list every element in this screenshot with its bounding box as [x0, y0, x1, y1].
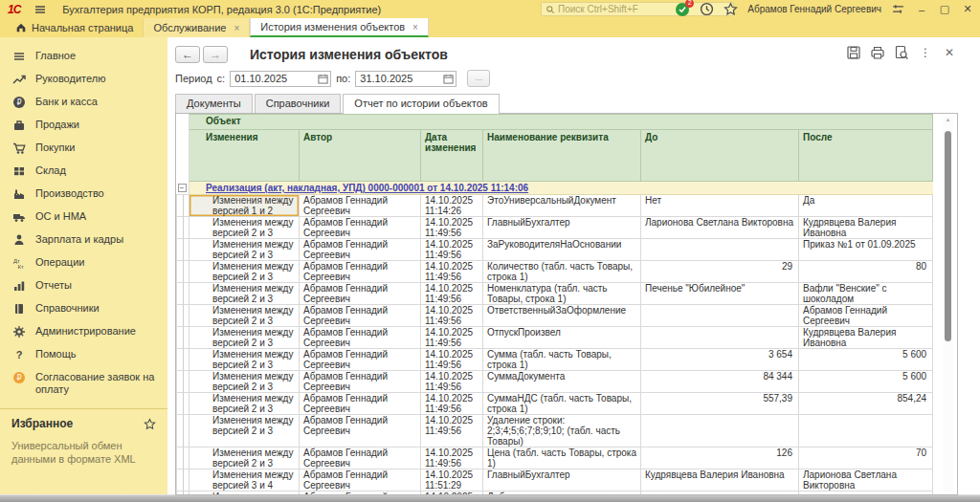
cell-after[interactable]: 5 600 [799, 371, 933, 393]
save-icon[interactable] [846, 45, 861, 60]
window-tab-2[interactable]: Обслуживание× [143, 18, 250, 37]
cell-date[interactable]: 14.10.202511:49:56 [421, 261, 483, 283]
cell-author[interactable]: Абрамов Геннадий Сергеевич [300, 415, 421, 447]
cell-attribute[interactable]: СуммаНДС (табл. часть Товары, строка 1) [483, 393, 641, 415]
sidebar-item-11[interactable]: Отчеты [0, 274, 167, 297]
cell-after[interactable]: 854,24 [799, 393, 933, 415]
cell-date[interactable]: 14.10.202511:51:29 [421, 491, 483, 496]
cell-date[interactable]: 14.10.202511:49:56 [421, 393, 483, 415]
cell-date[interactable]: 14.10.202511:14:26 [421, 195, 483, 217]
cell-after[interactable]: Кудрявцева Валерия Ивановна [799, 327, 933, 349]
cell-attribute[interactable]: ЭтоУниверсальныйДокумент [483, 195, 641, 217]
cell-change[interactable]: Изменения между версией 2 и 3 [189, 239, 300, 261]
tab-close-icon[interactable]: × [412, 22, 418, 33]
period-to-input[interactable] [360, 73, 443, 84]
cell-before[interactable] [641, 415, 799, 447]
cell-change[interactable]: Изменения между версией 2 и 3 [189, 447, 300, 469]
cell-attribute[interactable]: Номенклатура (табл. часть Товары, строка… [483, 283, 641, 305]
history-icon[interactable] [700, 2, 714, 16]
cell-before[interactable] [641, 305, 799, 327]
window-tab-1[interactable]: Начальная страница [6, 18, 143, 37]
cell-author[interactable]: Абрамов Геннадий Сергеевич [300, 283, 421, 305]
cell-attribute[interactable]: ЗаРуководителяНаОсновании [483, 239, 641, 261]
window-tab-3[interactable]: История изменения объектов× [250, 18, 429, 37]
content-tab-2[interactable]: Справочники [255, 94, 342, 113]
cell-before[interactable] [641, 239, 799, 261]
cell-before[interactable] [641, 327, 799, 349]
cell-after[interactable]: Вафли "Венские" с шоколадом [799, 283, 933, 305]
cell-author[interactable]: Абрамов Геннадий Сергеевич [300, 327, 421, 349]
cell-date[interactable]: 14.10.202511:49:56 [421, 371, 483, 393]
cell-after[interactable]: 5 600 [799, 349, 933, 371]
cell-attribute[interactable]: Количество (табл. часть Товары, строка 1… [483, 261, 641, 283]
cell-attribute[interactable]: ГлавныйБухгалтер [483, 469, 641, 491]
cell-change[interactable]: Изменения между версией 2 и 3 [189, 415, 300, 447]
sidebar-item-6[interactable]: Склад [0, 160, 167, 183]
cell-author[interactable]: Абрамов Геннадий Сергеевич [300, 305, 421, 327]
sidebar-item-9[interactable]: Зарплата и кадры [0, 229, 167, 251]
cell-date[interactable]: 14.10.202511:49:56 [421, 349, 483, 371]
sidebar-item-10[interactable]: ДтКтОперации [0, 251, 167, 274]
cell-change[interactable]: Изменения между версией 2 и 3 [189, 349, 300, 371]
group-row-title[interactable]: Реализация (акт, накладная, УПД) 0000-00… [206, 183, 528, 193]
cell-date[interactable]: 14.10.202511:49:56 [421, 283, 483, 305]
forward-button[interactable]: → [203, 46, 228, 63]
maximize-button[interactable]: ▢ [938, 3, 951, 15]
cell-after[interactable]: Кудрявцева Валерия Ивановна [799, 217, 933, 239]
cell-change[interactable]: Изменения между версией 2 и 3 [189, 283, 300, 305]
cell-author[interactable]: Абрамов Геннадий Сергеевич [300, 239, 421, 261]
minimize-button[interactable]: – [915, 4, 928, 15]
period-from-field[interactable] [230, 71, 331, 87]
favorites-star-icon[interactable] [144, 418, 156, 430]
sidebar-item-13[interactable]: Администрирование [0, 320, 167, 343]
vertical-scrollbar[interactable]: ▲ [943, 116, 953, 492]
main-menu-icon[interactable] [33, 3, 47, 16]
preview-icon[interactable] [894, 45, 909, 60]
cell-date[interactable]: 14.10.202511:51:29 [421, 469, 483, 491]
sidebar-item-5[interactable]: Покупки [0, 137, 167, 160]
cell-before[interactable]: Ларионова Светлана Викторовна [641, 217, 799, 239]
tab-close-icon[interactable]: × [234, 23, 239, 33]
cell-before[interactable]: 84 344 [641, 371, 799, 393]
cell-attribute[interactable]: Добавление строки: 2;3;4;5;6;7;8;9;10; (… [483, 491, 641, 496]
sidebar-item-12[interactable]: Справочники [0, 297, 167, 320]
cell-author[interactable]: Абрамов Геннадий Сергеевич [300, 349, 421, 371]
cell-attribute[interactable]: ГлавныйБухгалтер [483, 217, 641, 239]
notifications-icon[interactable]: 2 [675, 2, 690, 17]
close-form-icon[interactable]: ✕ [942, 45, 957, 60]
scroll-up-arrow[interactable]: ▲ [943, 116, 953, 125]
sidebar-item-8[interactable]: ОС и НМА [0, 206, 167, 229]
cell-change[interactable]: Изменения между версией 2 и 3 [189, 327, 300, 349]
cell-date[interactable]: 14.10.202511:49:56 [421, 217, 483, 239]
cell-change[interactable]: Изменения между версией 2 и 3 [189, 261, 300, 283]
period-more-button[interactable]: ... [467, 70, 490, 87]
cell-before[interactable]: 29 [641, 261, 799, 283]
cell-author[interactable]: Абрамов Геннадий Сергеевич [300, 447, 421, 469]
cell-attribute[interactable]: ОтветственныйЗаОформление [483, 305, 641, 327]
cell-after[interactable]: Приказ №1 от 01.09.2025 [799, 239, 933, 261]
cell-before[interactable]: Нет [641, 195, 799, 217]
cell-author[interactable]: Абрамов Геннадий Сергеевич [300, 371, 421, 393]
cell-change[interactable]: Изменения между версией 2 и 3 [189, 217, 300, 239]
cell-change[interactable]: Изменения между версией 3 и 4 [189, 491, 300, 496]
cell-after[interactable] [799, 415, 933, 447]
period-from-input[interactable] [234, 73, 318, 84]
cell-author[interactable]: Абрамов Геннадий Сергеевич [300, 261, 421, 283]
sidebar-item-2[interactable]: Руководителю [0, 68, 167, 91]
close-window-button[interactable]: ✕ [961, 3, 974, 15]
cell-before[interactable]: Печенье "Юбилейное" [641, 283, 799, 305]
cell-change[interactable]: Изменения между версией 2 и 3 [189, 393, 300, 415]
current-user[interactable]: Абрамов Геннадий Сергеевич [747, 4, 881, 14]
cell-date[interactable]: 14.10.202511:49:56 [421, 415, 483, 447]
cell-after[interactable]: Да [799, 195, 933, 217]
more-menu-icon[interactable]: ⋮ [918, 45, 933, 60]
cell-before[interactable]: 126 [641, 447, 799, 469]
content-tab-1[interactable]: Документы [175, 94, 253, 113]
cell-date[interactable]: 14.10.202511:49:56 [421, 327, 483, 349]
cell-attribute[interactable]: ОтпускПроизвел [483, 327, 641, 349]
cell-date[interactable]: 14.10.202511:49:56 [421, 239, 483, 261]
cell-before[interactable]: Кудрявцева Валерия Ивановна [641, 469, 799, 491]
cell-after[interactable]: 80 [799, 261, 933, 283]
settings-sliders-icon[interactable] [891, 2, 905, 16]
cell-after[interactable] [799, 491, 933, 496]
